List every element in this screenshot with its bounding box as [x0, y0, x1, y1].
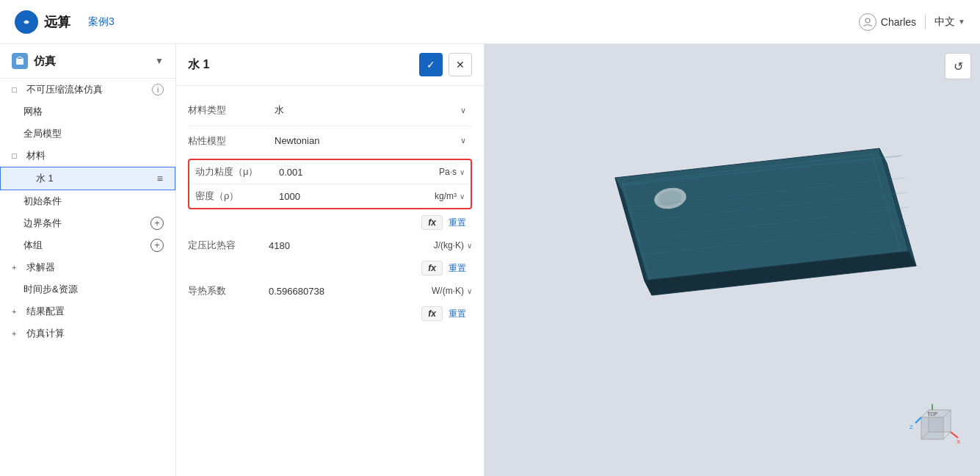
top-navigation: 远算 案例3 Charles 中文 ▼ [0, 0, 980, 44]
sidebar-item-sim-calc[interactable]: + 仿真计算 [0, 322, 175, 345]
sidebar-item-body-group[interactable]: 体组 + [0, 234, 175, 256]
sidebar-item-solver[interactable]: + 求解器 [0, 256, 175, 278]
expand-icon: + [12, 307, 22, 316]
3d-object [527, 134, 938, 386]
sidebar-item-water1[interactable]: 水 1 ≡ [0, 167, 175, 190]
add-boundary-icon[interactable]: + [150, 217, 164, 230]
3d-viewport[interactable]: ↺ [484, 44, 980, 476]
fx-button-1[interactable]: fx [421, 215, 443, 230]
thermal-conductivity-unit-area[interactable]: W/(m·K) ∨ [432, 286, 472, 296]
viscosity-model-value-area[interactable]: Newtonian ∨ [269, 132, 472, 149]
material-type-select[interactable]: 水 ∨ [269, 101, 472, 120]
logo-text: 远算 [44, 13, 70, 31]
logo-icon [15, 10, 38, 34]
lang-selector[interactable]: 中文 ▼ [934, 15, 965, 29]
specific-heat-label: 定压比热容 [188, 239, 269, 252]
sidebar-item-materials[interactable]: □ 材料 [0, 145, 175, 167]
thermal-conductivity-label: 导热系数 [188, 284, 269, 298]
viscosity-model-row: 粘性模型 Newtonian ∨ [188, 126, 472, 156]
axis-indicator: Y Z X TOP [907, 403, 965, 461]
density-value[interactable]: 1000 [276, 191, 435, 202]
density-label: 密度（ρ） [195, 190, 276, 203]
sidebar-item-global-model[interactable]: 全局模型 [0, 123, 175, 145]
viscosity-model-select[interactable]: Newtonian ∨ [269, 132, 472, 149]
sidebar-item-incompressible[interactable]: □ 不可压缩流体仿真 i [0, 79, 175, 101]
svg-line-19 [943, 432, 951, 439]
viscosity-model-label: 粘性模型 [188, 134, 269, 148]
svg-text:Y: Y [930, 403, 934, 404]
svg-text:Z: Z [910, 424, 913, 430]
expand-icon: □ [12, 85, 22, 94]
properties-panel: 水 1 ✓ ✕ 材料类型 水 ∨ 粘性模型 [176, 44, 484, 476]
material-type-value-area[interactable]: 水 ∨ [269, 101, 472, 120]
sidebar-cube-icon [12, 53, 28, 69]
svg-rect-2 [16, 59, 23, 65]
water1-menu-icon[interactable]: ≡ [157, 173, 163, 184]
thermal-conductivity-value[interactable]: 0.596680738 [269, 286, 432, 297]
user-name: Charles [881, 16, 916, 28]
svg-text:TOP: TOP [927, 411, 938, 416]
fx-reset-row-2: fx 重置 [188, 258, 472, 278]
expand-icon: + [12, 329, 22, 338]
svg-text:X: X [957, 439, 961, 445]
panel-title: 水 1 [188, 57, 209, 73]
refresh-button[interactable]: ↺ [945, 53, 971, 79]
dynamic-viscosity-value[interactable]: 0.001 [276, 167, 439, 178]
panel-cancel-button[interactable]: ✕ [449, 53, 472, 76]
lang-dropdown-arrow: ▼ [958, 18, 965, 26]
material-type-label: 材料类型 [188, 104, 269, 117]
sidebar-collapse-arrow[interactable]: ▼ [155, 56, 164, 66]
panel-header: 水 1 ✓ ✕ [176, 44, 484, 86]
reset-link-1[interactable]: 重置 [449, 217, 466, 229]
lang-text: 中文 [934, 15, 955, 29]
3d-plate-svg [527, 134, 938, 383]
user-avatar-icon [859, 13, 876, 31]
tree-label: 边界条件 [23, 217, 150, 230]
sidebar-item-initial-conditions[interactable]: 初始条件 [0, 190, 175, 212]
svg-point-1 [865, 18, 870, 23]
density-row: 密度（ρ） 1000 kg/m³ ∨ [189, 184, 471, 208]
panel-actions: ✓ ✕ [419, 53, 472, 76]
specific-heat-value[interactable]: 4180 [269, 240, 434, 251]
fx-button-3[interactable]: fx [421, 306, 443, 321]
dynamic-viscosity-unit-arrow: ∨ [460, 168, 465, 176]
fx-reset-row-1: fx 重置 [188, 212, 472, 233]
specific-heat-unit: J/(kg·K) [434, 240, 464, 250]
reset-link-3[interactable]: 重置 [449, 308, 466, 320]
material-type-arrow: ∨ [460, 106, 466, 115]
sidebar-header: 仿真 ▼ [0, 44, 175, 79]
dynamic-viscosity-unit: Pa·s [439, 167, 457, 177]
project-name[interactable]: 案例3 [88, 15, 115, 29]
thermal-conductivity-unit-arrow: ∨ [467, 287, 472, 295]
fx-button-2[interactable]: fx [421, 261, 443, 275]
specific-heat-unit-area[interactable]: J/(kg·K) ∨ [434, 240, 472, 250]
dynamic-viscosity-label: 动力粘度（μ） [195, 165, 276, 178]
info-icon[interactable]: i [152, 84, 164, 95]
dynamic-viscosity-unit-area[interactable]: Pa·s ∨ [439, 167, 465, 177]
sidebar-item-boundary-conditions[interactable]: 边界条件 + [0, 212, 175, 234]
tree-label: 结果配置 [26, 305, 164, 318]
thermal-conductivity-unit: W/(m·K) [432, 286, 464, 296]
main-layout: 仿真 ▼ □ 不可压缩流体仿真 i 网格 全局模型 □ 材料 水 1 ≡ 初始条… [0, 44, 980, 476]
sidebar-item-timestep[interactable]: 时间步&资源 [0, 278, 175, 300]
svg-line-23 [915, 417, 921, 423]
nav-divider [925, 15, 926, 29]
density-unit-area[interactable]: kg/m³ ∨ [435, 191, 465, 201]
panel-confirm-button[interactable]: ✓ [419, 53, 443, 76]
tree-label: 材料 [26, 149, 164, 162]
panel-section: 材料类型 水 ∨ 粘性模型 Newtonian ∨ [176, 86, 484, 333]
expand-icon: + [12, 263, 22, 272]
logo-area: 远算 案例3 [15, 10, 115, 34]
viscosity-model-value: Newtonian [275, 135, 319, 146]
thermal-conductivity-row: 导热系数 0.596680738 W/(m·K) ∨ [188, 278, 472, 303]
sidebar-item-result-config[interactable]: + 结果配置 [0, 300, 175, 322]
tree-label: 求解器 [26, 261, 164, 274]
sidebar-item-mesh[interactable]: 网格 [0, 101, 175, 123]
reset-link-2[interactable]: 重置 [449, 262, 466, 275]
add-body-group-icon[interactable]: + [150, 239, 164, 252]
fx-reset-row-3: fx 重置 [188, 303, 472, 324]
user-area[interactable]: Charles [859, 13, 916, 31]
nav-right: Charles 中文 ▼ [859, 13, 965, 31]
tree-label: 仿真计算 [26, 327, 164, 340]
material-type-row: 材料类型 水 ∨ [188, 95, 472, 126]
